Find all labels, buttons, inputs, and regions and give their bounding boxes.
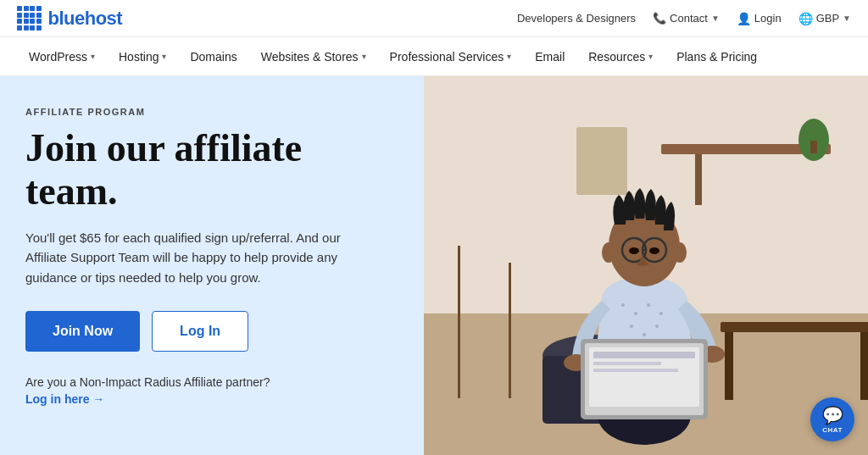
- svg-rect-26: [593, 352, 695, 358]
- currency-link[interactable]: 🌐 GBP ▼: [798, 12, 851, 25]
- hosting-caret: ▾: [162, 52, 166, 61]
- phone-icon: 📞: [653, 12, 666, 25]
- svg-rect-37: [458, 246, 460, 398]
- nav-domains[interactable]: Domains: [178, 37, 248, 76]
- websites-caret: ▾: [362, 52, 366, 61]
- svg-point-19: [643, 333, 646, 336]
- top-bar-right: Developers & Designers 📞 Contact ▼ 👤 Log…: [517, 12, 851, 25]
- pro-services-caret: ▾: [507, 52, 511, 61]
- nav-professional-services[interactable]: Professional Services ▾: [378, 37, 524, 76]
- currency-dropdown-arrow: ▼: [843, 14, 851, 23]
- hero-title: Join our affiliate team.: [25, 127, 390, 213]
- footer-question: Are you a Non-Impact Radius Affiliate pa…: [25, 375, 270, 389]
- logo-text[interactable]: bluehost: [48, 8, 123, 30]
- wordpress-caret: ▾: [91, 52, 95, 61]
- svg-rect-4: [695, 154, 702, 205]
- nav-hosting[interactable]: Hosting ▾: [107, 37, 178, 76]
- svg-rect-9: [725, 332, 733, 400]
- hero-left: AFFILIATE PROGRAM Join our affiliate tea…: [0, 76, 424, 455]
- hero-section: AFFILIATE PROGRAM Join our affiliate tea…: [0, 76, 868, 455]
- hero-buttons: Join Now Log In: [25, 311, 390, 352]
- nav-resources[interactable]: Resources ▾: [576, 37, 665, 76]
- svg-rect-28: [593, 369, 678, 372]
- nav-plans-pricing[interactable]: Plans & Pricing: [665, 37, 769, 76]
- svg-point-34: [649, 247, 659, 254]
- hero-illustration: [424, 76, 868, 455]
- chat-label: CHAT: [822, 426, 843, 434]
- developers-link[interactable]: Developers & Designers: [517, 12, 636, 25]
- globe-icon: 🌐: [798, 12, 813, 25]
- nav-wordpress[interactable]: WordPress ▾: [17, 37, 107, 76]
- hero-image: [424, 76, 868, 455]
- svg-point-16: [647, 303, 650, 307]
- svg-point-17: [659, 312, 663, 315]
- svg-point-14: [621, 303, 625, 307]
- top-bar: bluehost Developers & Designers 📞 Contac…: [0, 0, 868, 37]
- svg-point-5: [798, 119, 829, 161]
- chat-bubble[interactable]: 💬 CHAT: [810, 397, 854, 441]
- svg-rect-6: [810, 141, 817, 153]
- contact-link[interactable]: 📞 Contact ▼: [653, 12, 720, 25]
- chat-icon: 💬: [822, 405, 843, 425]
- contact-dropdown-arrow: ▼: [711, 14, 720, 23]
- affiliate-footer: Are you a Non-Impact Radius Affiliate pa…: [25, 375, 390, 406]
- nav-websites-stores[interactable]: Websites & Stores ▾: [249, 37, 378, 76]
- affiliate-label: AFFILIATE PROGRAM: [25, 107, 390, 117]
- svg-rect-7: [576, 127, 627, 195]
- svg-point-33: [629, 247, 639, 254]
- svg-point-15: [634, 312, 637, 315]
- log-in-button[interactable]: Log In: [152, 311, 248, 352]
- svg-point-36: [673, 242, 687, 263]
- logo-icon: [17, 6, 42, 31]
- svg-point-18: [630, 325, 633, 328]
- svg-point-20: [655, 325, 659, 328]
- logo-area: bluehost: [17, 6, 122, 31]
- hero-description: You'll get $65 for each qualified sign u…: [25, 228, 381, 287]
- resources-caret: ▾: [648, 52, 653, 61]
- footer-login-link[interactable]: Log in here →: [25, 392, 390, 406]
- join-now-button[interactable]: Join Now: [25, 311, 140, 352]
- svg-rect-38: [509, 263, 511, 398]
- user-icon: 👤: [737, 12, 751, 25]
- svg-rect-27: [593, 362, 661, 365]
- login-link[interactable]: 👤 Login: [737, 12, 782, 25]
- nav-email[interactable]: Email: [523, 37, 576, 76]
- svg-rect-10: [860, 332, 868, 400]
- svg-rect-8: [721, 322, 868, 332]
- main-nav: WordPress ▾ Hosting ▾ Domains Websites &…: [0, 37, 868, 76]
- svg-point-35: [602, 242, 615, 263]
